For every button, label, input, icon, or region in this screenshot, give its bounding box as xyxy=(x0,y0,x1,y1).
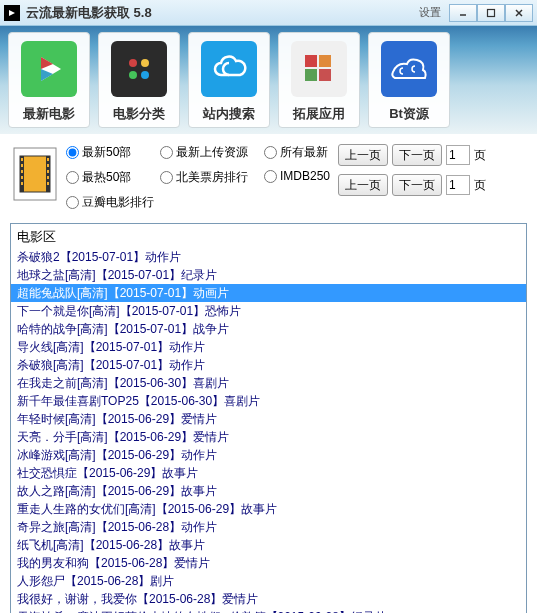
list-item[interactable]: 下一个就是你[高清]【2015-07-01】恐怖片 xyxy=(11,302,526,320)
toolbtn-label: 最新电影 xyxy=(23,105,75,123)
toolbtn-label: 电影分类 xyxy=(113,105,165,123)
maximize-button[interactable] xyxy=(477,4,505,22)
pagination: 上一页 下一页 页 上一页 下一页 页 xyxy=(338,144,486,196)
toolbtn-extensions[interactable]: 拓展应用 xyxy=(278,32,360,128)
window-title: 云流最新电影获取 5.8 xyxy=(26,4,419,22)
movie-list[interactable]: 电影区 杀破狼2【2015-07-01】动作片地球之盐[高清]【2015-07-… xyxy=(10,223,527,613)
page-suffix-2: 页 xyxy=(474,177,486,194)
svg-rect-3 xyxy=(488,9,495,16)
list-item[interactable]: 纸飞机[高清]【2015-06-28】故事片 xyxy=(11,536,526,554)
page-suffix-1: 页 xyxy=(474,147,486,164)
toolbtn-search[interactable]: 站内搜索 xyxy=(188,32,270,128)
filmstrip-icon xyxy=(10,144,60,204)
svg-rect-30 xyxy=(47,182,49,185)
filter-latest50[interactable]: 最新50部 xyxy=(66,144,154,161)
svg-point-9 xyxy=(129,59,137,67)
list-item[interactable]: 导火线[高清]【2015-07-01】动作片 xyxy=(11,338,526,356)
list-item[interactable]: 年轻时候[高清]【2015-06-29】爱情片 xyxy=(11,410,526,428)
settings-link[interactable]: 设置 xyxy=(419,5,441,20)
list-item[interactable]: 冰峰游戏[高清]【2015-06-29】动作片 xyxy=(11,446,526,464)
prev-page-button-2[interactable]: 上一页 xyxy=(338,174,388,196)
toolbar: 最新电影 电影分类 站内搜索 拓展应用 Bt资源 xyxy=(0,26,537,134)
svg-rect-28 xyxy=(47,170,49,173)
svg-rect-13 xyxy=(305,55,317,67)
list-item[interactable]: 奇异之旅[高清]【2015-06-28】动作片 xyxy=(11,518,526,536)
list-item[interactable]: 我很好，谢谢，我爱你【2015-06-28】爱情片 xyxy=(11,590,526,608)
next-page-button-2[interactable]: 下一页 xyxy=(392,174,442,196)
cloud-swirl-icon xyxy=(381,41,437,97)
svg-rect-15 xyxy=(305,69,317,81)
filter-latest-upload[interactable]: 最新上传资源 xyxy=(160,144,248,161)
svg-rect-22 xyxy=(21,164,23,167)
toolbtn-latest-movies[interactable]: 最新电影 xyxy=(8,32,90,128)
list-item[interactable]: 新千年最佳喜剧TOP25【2015-06-30】喜剧片 xyxy=(11,392,526,410)
list-item[interactable]: 天亮．分手[高清]【2015-06-29】爱情片 xyxy=(11,428,526,446)
list-item[interactable]: 哈特的战争[高清]【2015-07-01】战争片 xyxy=(11,320,526,338)
filter-col-3: 所有最新 IMDB250 xyxy=(264,144,330,183)
svg-point-12 xyxy=(141,71,149,79)
list-item[interactable]: 在我走之前[高清]【2015-06-30】喜剧片 xyxy=(11,374,526,392)
filter-row: 最新50部 最热50部 豆瓣电影排行 最新上传资源 北美票房排行 所有最新 IM… xyxy=(10,140,527,217)
filter-col-2: 最新上传资源 北美票房排行 xyxy=(160,144,248,186)
toolbtn-label: 拓展应用 xyxy=(293,105,345,123)
list-item[interactable]: 社交恐惧症【2015-06-29】故事片 xyxy=(11,464,526,482)
filter-imdb250[interactable]: IMDB250 xyxy=(264,169,330,183)
svg-rect-27 xyxy=(47,164,49,167)
app-icon xyxy=(4,5,20,21)
filter-douban[interactable]: 豆瓣电影排行 xyxy=(66,194,154,211)
filter-col-1: 最新50部 最热50部 豆瓣电影排行 xyxy=(66,144,154,211)
svg-rect-23 xyxy=(21,170,23,173)
list-item[interactable]: 重走人生路的女优们[高清]【2015-06-29】故事片 xyxy=(11,500,526,518)
play-store-icon xyxy=(21,41,77,97)
svg-rect-29 xyxy=(47,176,49,179)
toolbtn-bt-resources[interactable]: Bt资源 xyxy=(368,32,450,128)
filter-hot50[interactable]: 最热50部 xyxy=(66,169,154,186)
svg-rect-20 xyxy=(46,156,50,192)
list-header: 电影区 xyxy=(11,226,526,248)
svg-rect-24 xyxy=(21,176,23,179)
prev-page-button-1[interactable]: 上一页 xyxy=(338,144,388,166)
close-button[interactable] xyxy=(505,4,533,22)
list-item[interactable]: 人形怨尸【2015-06-28】剧片 xyxy=(11,572,526,590)
svg-rect-26 xyxy=(47,158,49,161)
svg-point-10 xyxy=(141,59,149,67)
category-icon xyxy=(111,41,167,97)
toolbtn-categories[interactable]: 电影分类 xyxy=(98,32,180,128)
filter-all-latest[interactable]: 所有最新 xyxy=(264,144,330,161)
tiles-icon xyxy=(291,41,347,97)
page-input-2[interactable] xyxy=(446,175,470,195)
list-item[interactable]: 杀破狼[高清]【2015-07-01】动作片 xyxy=(11,356,526,374)
filter-na-boxoffice[interactable]: 北美票房排行 xyxy=(160,169,248,186)
list-item[interactable]: 天海祐希．魔法王妃英伦大地的女性们─伦敦篇【2015-06-28】纪录片 xyxy=(11,608,526,613)
svg-rect-14 xyxy=(319,55,331,67)
list-item[interactable]: 故人之路[高清]【2015-06-29】故事片 xyxy=(11,482,526,500)
title-bar: 云流最新电影获取 5.8 设置 xyxy=(0,0,537,26)
toolbtn-label: Bt资源 xyxy=(389,105,429,123)
cloud-icon xyxy=(201,41,257,97)
page-input-1[interactable] xyxy=(446,145,470,165)
svg-rect-21 xyxy=(21,158,23,161)
minimize-button[interactable] xyxy=(449,4,477,22)
list-item[interactable]: 我的男友和狗【2015-06-28】爱情片 xyxy=(11,554,526,572)
svg-rect-16 xyxy=(319,69,331,81)
svg-rect-19 xyxy=(20,156,24,192)
list-item[interactable]: 地球之盐[高清]【2015-07-01】纪录片 xyxy=(11,266,526,284)
next-page-button-1[interactable]: 下一页 xyxy=(392,144,442,166)
svg-rect-18 xyxy=(20,156,50,192)
list-item[interactable]: 杀破狼2【2015-07-01】动作片 xyxy=(11,248,526,266)
toolbtn-label: 站内搜索 xyxy=(203,105,255,123)
list-item[interactable]: 超能兔战队[高清]【2015-07-01】动画片 xyxy=(11,284,526,302)
svg-point-11 xyxy=(129,71,137,79)
svg-rect-25 xyxy=(21,182,23,185)
